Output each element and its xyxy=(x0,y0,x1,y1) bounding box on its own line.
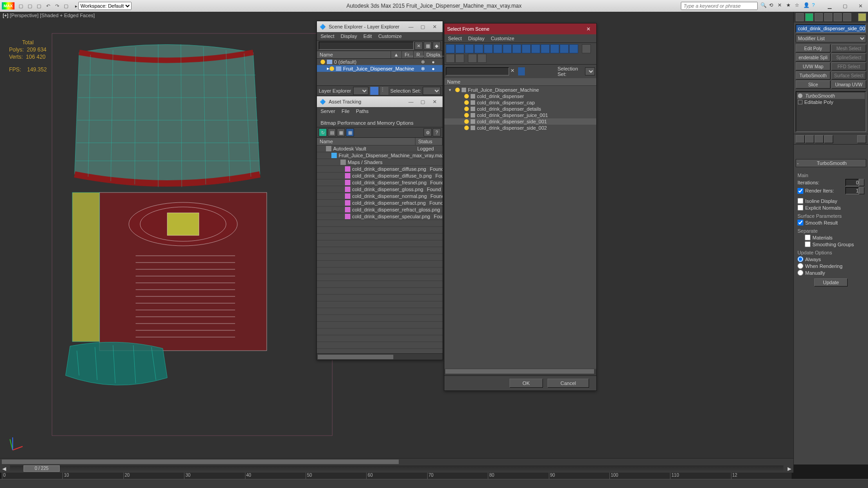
sfs-filter-all-icon[interactable] xyxy=(446,44,455,53)
materials-check[interactable] xyxy=(805,235,811,240)
time-slider-thumb[interactable]: 0 / 225 xyxy=(24,465,60,472)
modifier-button[interactable]: SplineSelect xyxy=(831,53,866,61)
iterations-spinner[interactable] xyxy=(859,179,864,186)
scene-explorer-menu[interactable]: Select Display Edit Customize xyxy=(317,32,443,41)
select-from-scene-window[interactable]: Select From Scene ✕ Select Display Custo… xyxy=(444,23,597,391)
cmd-panel-tabs[interactable] xyxy=(794,12,868,23)
se-maximize-button[interactable]: ▢ xyxy=(417,24,428,30)
show-result-icon[interactable] xyxy=(805,135,814,143)
modifier-button[interactable]: TurboSmooth xyxy=(796,71,830,80)
at-col-name[interactable]: Name xyxy=(317,138,415,145)
stack-turbosmooth[interactable]: TurboSmooth xyxy=(797,93,865,99)
sfs-add-icon[interactable] xyxy=(546,67,552,75)
sfs-filter-shape-icon[interactable] xyxy=(465,44,474,53)
visibility-icon[interactable] xyxy=(330,66,334,71)
open-icon[interactable]: ▢ xyxy=(26,2,34,10)
expand-icon[interactable]: ▾ xyxy=(449,88,453,92)
se-layer-icon[interactable] xyxy=(370,87,378,95)
sfs-tree[interactable]: ▾Fruit_Juice_Dispenser_Machinecold_drink… xyxy=(444,86,596,368)
modifier-stack[interactable]: TurboSmooth Editable Poly xyxy=(796,91,866,132)
at-view2-icon[interactable]: ▦ xyxy=(337,128,345,136)
modifier-list-dropdown[interactable]: Modifier List xyxy=(796,34,866,42)
tab-hierarchy-icon[interactable] xyxy=(815,13,823,21)
tab-display-icon[interactable] xyxy=(834,13,842,21)
search-go-icon[interactable]: 🔍 xyxy=(760,2,768,9)
sfs-node[interactable]: cold_drink_dispenser_cap xyxy=(444,99,596,106)
sfs-sel1-icon[interactable] xyxy=(518,67,525,75)
time-prev-icon[interactable]: ◀ xyxy=(0,466,8,472)
at-view3-icon[interactable]: ▦ xyxy=(346,128,354,136)
visibility-icon[interactable] xyxy=(464,94,469,99)
time-next-icon[interactable]: ▶ xyxy=(785,466,793,472)
sfs-selset-dropdown[interactable] xyxy=(585,67,595,75)
sfs-node[interactable]: ▾Fruit_Juice_Dispenser_Machine xyxy=(444,87,596,93)
modifier-button[interactable]: FFD Select xyxy=(831,62,866,70)
help-search[interactable] xyxy=(681,2,758,10)
sfs-view2-icon[interactable] xyxy=(446,54,455,63)
sfs-filter-helper-icon[interactable] xyxy=(493,44,502,53)
modifier-button[interactable]: Surface Select xyxy=(831,71,866,80)
smooth-result-check[interactable] xyxy=(797,220,803,225)
sfs-node[interactable]: cold_drink_dispenser_details xyxy=(444,106,596,112)
at-menu-bitmap[interactable]: Bitmap Performance and Memory Options xyxy=(321,120,413,126)
exchange-icon[interactable]: ✕ xyxy=(778,2,785,9)
visibility-icon[interactable] xyxy=(321,60,325,64)
render-icon[interactable]: ● xyxy=(432,59,437,65)
modifier-button[interactable]: UVW Map xyxy=(796,62,830,70)
visibility-icon[interactable] xyxy=(464,100,469,105)
tab-pin-icon[interactable] xyxy=(858,13,866,21)
favorite-icon[interactable]: ☆ xyxy=(795,2,802,9)
at-row[interactable]: cold_drink_dispenser_specular.pngFound xyxy=(317,213,443,220)
sfs-filter-hidden-icon[interactable] xyxy=(560,44,569,53)
maximize-button[interactable]: ▢ xyxy=(837,0,853,12)
help-icon[interactable]: ? xyxy=(812,2,819,9)
se-column-headers[interactable]: Name ▲ Fr... R... Displa... xyxy=(317,51,443,59)
at-menu[interactable]: Server File Paths Bitmap Performance and… xyxy=(317,107,443,127)
asset-tracking-window[interactable]: 🔷 Asset Tracking —▢✕ Server File Paths B… xyxy=(316,96,443,360)
freeze-icon[interactable]: ❄ xyxy=(421,66,426,71)
sfs-filter-geo-icon[interactable] xyxy=(455,44,464,53)
workspace-selector[interactable]: ▸ Workspace: Default xyxy=(75,2,132,10)
sfs-node[interactable]: cold_drink_dispenser xyxy=(444,93,596,99)
se-filter-input[interactable] xyxy=(319,42,414,50)
project-icon[interactable]: ▢ xyxy=(62,2,70,10)
at-menu-paths[interactable]: Paths xyxy=(356,108,368,114)
sfs-filter-extra-icon[interactable] xyxy=(569,44,578,53)
sfs-filter-light-icon[interactable] xyxy=(474,44,483,53)
redo-icon[interactable]: ↷ xyxy=(53,2,61,10)
update-button[interactable]: Update xyxy=(814,278,847,286)
sfs-close-button[interactable]: ✕ xyxy=(583,26,594,32)
sfs-hscroll[interactable] xyxy=(444,369,596,375)
se-explorer-dropdown[interactable] xyxy=(353,87,369,95)
at-option2-icon[interactable]: ? xyxy=(433,128,441,136)
se-view-icon[interactable]: ▦ xyxy=(424,42,432,50)
sfs-clear-icon[interactable]: ✕ xyxy=(510,68,517,75)
always-radio[interactable] xyxy=(797,256,803,262)
se-minimize-button[interactable]: — xyxy=(406,24,416,30)
at-row[interactable]: cold_drink_dispenser_fresnel.pngFound xyxy=(317,179,443,186)
se-menu-edit[interactable]: Edit xyxy=(363,33,372,39)
iterations-input[interactable] xyxy=(845,179,859,186)
manually-radio[interactable] xyxy=(797,270,803,276)
tab-create-icon[interactable] xyxy=(796,13,804,21)
at-view1-icon[interactable]: ▤ xyxy=(328,128,336,136)
render-iters-check[interactable] xyxy=(797,188,803,194)
sfs-collapse-icon[interactable] xyxy=(477,54,486,63)
new-icon[interactable]: ▢ xyxy=(17,2,25,10)
sfs-column-headers[interactable]: Name xyxy=(444,78,596,86)
sfs-node[interactable]: cold_drink_dispenser_side_001 xyxy=(444,118,596,125)
smoothing-groups-check[interactable] xyxy=(805,241,811,247)
render-icon[interactable]: ● xyxy=(432,66,437,71)
visibility-icon[interactable] xyxy=(464,113,469,117)
workspace-dropdown[interactable]: Workspace: Default xyxy=(78,2,132,10)
modifier-button[interactable]: Mesh Select xyxy=(831,44,866,52)
time-ruler[interactable]: 010203040506070809010011012 xyxy=(2,473,792,479)
sfs-col-name[interactable]: Name xyxy=(447,79,460,84)
tab-utilities-icon[interactable] xyxy=(843,13,851,21)
search-input[interactable] xyxy=(681,2,758,10)
at-menu-server[interactable]: Server xyxy=(321,108,335,114)
visibility-icon[interactable] xyxy=(464,107,469,111)
configure-icon[interactable] xyxy=(857,135,866,143)
at-refresh-icon[interactable]: ↻ xyxy=(319,128,327,136)
sfs-search-input[interactable] xyxy=(446,67,509,75)
